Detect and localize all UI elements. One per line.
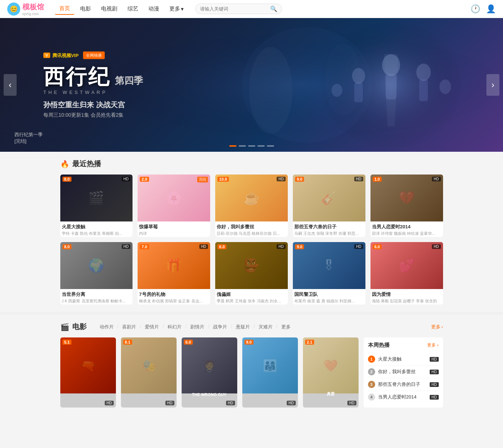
movie-tag[interactable]: 悬疑片	[234, 324, 252, 330]
hot-sidebar-header: 本周热播 更多 ›	[368, 342, 439, 349]
hot-card[interactable]: ☕ 10.0 HD 你好，我叫多蕾丝 莎莉·菲尔德 马克思·格林菲尔德 贝...	[215, 175, 288, 237]
movie-tag[interactable]: 科幻片	[165, 324, 184, 330]
movie-tag[interactable]: 喜剧片	[120, 324, 138, 330]
card-title: 当世界分离	[62, 291, 131, 298]
hot-section-header: 🔥 最近热播	[60, 159, 443, 169]
hot-sidebar-item[interactable]: 3 那些五脊六兽的日子 HD	[368, 378, 439, 391]
card-score: 7.0	[140, 244, 149, 249]
hot-sidebar-item[interactable]: 4 当男人恋爱时2014 HD	[368, 391, 439, 403]
banner-footer-text: 西行纪第一季 [完结]	[14, 132, 43, 145]
movie-more-link[interactable]: 更多 ›	[431, 324, 443, 330]
hot-section-title: 最近热播	[72, 159, 101, 169]
hot-rank: 1	[368, 356, 375, 363]
movie-tag[interactable]: 更多	[279, 324, 293, 330]
main-nav: 首页 电影 电视剧 综艺 动漫 更多 ▾	[55, 3, 188, 15]
banner-dots	[229, 145, 274, 147]
movie-badge: HD	[105, 401, 113, 405]
banner-dot-3[interactable]	[248, 145, 255, 147]
search-input[interactable]	[200, 6, 270, 12]
history-icon[interactable]: 🕐	[471, 4, 480, 14]
card-score: 2.0	[140, 177, 149, 182]
hot-card[interactable]: 🌸 2.0 完结 惊爆草莓 内详	[138, 175, 210, 237]
movie-badge: HD	[226, 401, 235, 405]
movie-card[interactable]: 🤵 THE WRONG GUY 6.0 HD	[182, 337, 237, 408]
movie-tag[interactable]: 战争片	[211, 324, 229, 330]
card-score: 6.0	[217, 244, 226, 249]
hot-card[interactable]: 💕 6.0 HD 因为爱情 海陆 蒋毅 彭冠英 赵樱子 李泰 张含韵	[370, 242, 443, 305]
hot-card[interactable]: 🎬 8.0 HD 火星大接触 亨特 卡森 凯伦·布莱克 蒂姆斯 伯...	[60, 175, 133, 237]
banner-dot-5[interactable]	[267, 145, 274, 147]
hot-sidebar-item[interactable]: 1 火星大接触 HD	[368, 353, 439, 366]
banner-next-button[interactable]: ›	[486, 74, 499, 96]
movie-content-grid: 🔫 5.1 HD 🎭 8.1 HD 🤵 THE WRONG GUY 6.0 HD…	[60, 337, 443, 408]
card-title: 7号房的礼物	[139, 291, 209, 298]
card-subtitle: 马嗣 王住杰 张颐 宋冬野 肖珊 郭思...	[294, 231, 364, 236]
fire-icon: 🔥	[60, 160, 69, 168]
search-button[interactable]: 🔍	[270, 5, 277, 12]
card-subtitle: 莎莉·菲尔德 马克思·格林菲尔德 贝...	[217, 231, 286, 236]
movie-badge: HD	[347, 401, 356, 405]
nav-tv[interactable]: 电视剧	[97, 3, 122, 14]
card-title: 惊爆草莓	[139, 224, 209, 230]
movie-tag[interactable]: 灾难片	[256, 324, 275, 330]
hot-item-title: 火星大接触	[378, 356, 430, 362]
movie-tag[interactable]: 爱情片	[143, 324, 161, 330]
hot-card[interactable]: 🌍 8.0 HD 当世界分离 J K 西蒙斯 克里斯托弗洛斯 帕帕卡...	[60, 242, 133, 305]
logo-icon: 😊	[7, 3, 20, 16]
hot-sidebar: 本周热播 更多 › 1 火星大接触 HD 2 你好，我叫多蕾丝 HD 3 那些五…	[364, 337, 443, 408]
hot-item-badge: HD	[430, 395, 438, 400]
banner-content: V 腾讯视频VIP 全网独播 西行纪 第四季 THE WESTWARP 孙悟空重…	[43, 52, 143, 119]
logo[interactable]: 😊 模板馆 iqshg.com	[7, 2, 44, 16]
movie-card[interactable]: ❤️ 真爱 2.1 HD	[303, 337, 359, 408]
movie-score: 9.0	[244, 340, 253, 345]
nav-anime[interactable]: 动漫	[144, 3, 164, 14]
movie-icon: 🎬	[60, 323, 69, 331]
movie-tag[interactable]: 动作片	[97, 324, 116, 330]
hot-card[interactable]: 💔 1.0 HD 当男人恋爱时2014 邵泽 许玮甯 魏振南 钟欣凌 蓝葦华..…	[370, 175, 443, 237]
banner-desc2: 每周三10:00更新1集 会员抢先看2集	[43, 112, 143, 119]
hot-sidebar-title: 本周热播	[368, 342, 390, 349]
svg-point-3	[325, 43, 361, 116]
user-icon[interactable]: 👤	[486, 4, 496, 14]
banner-title-season: 第四季	[115, 74, 143, 87]
banner-dot-1[interactable]	[229, 145, 237, 147]
movie-tag-separator: /	[162, 324, 164, 330]
banner-dot-2[interactable]	[239, 145, 246, 147]
card-badge: HD	[354, 177, 363, 181]
card-title: 傀儡姬	[217, 291, 286, 298]
card-subtitle: 布莱丹 格里·森 唐 钱德尔 利亚姆...	[294, 298, 364, 304]
card-score: 9.0	[295, 177, 304, 182]
card-badge: HD	[432, 244, 441, 249]
banner-dot-4[interactable]	[257, 145, 265, 147]
movie-card-grid: 🔫 5.1 HD 🎭 8.1 HD 🤵 THE WRONG GUY 6.0 HD…	[60, 337, 359, 408]
movie-card[interactable]: 🎭 8.1 HD	[121, 337, 177, 408]
nav-home[interactable]: 首页	[55, 3, 74, 15]
svg-point-2	[249, 47, 292, 134]
card-badge: HD	[277, 177, 285, 181]
movie-card[interactable]: 🔫 5.1 HD	[60, 337, 116, 408]
vip-badge: V	[43, 53, 50, 58]
movie-tag-separator: /	[140, 324, 141, 330]
movie-tag-separator: /	[231, 324, 232, 330]
hot-card[interactable]: 🎁 7.0 HD 7号房的礼物 柳承龙 朴信惠 郑镐荣 金正泰 吴达...	[138, 242, 210, 305]
movie-score: 8.1	[123, 340, 132, 345]
hot-card[interactable]: 🎸 9.0 HD 那些五脊六兽的日子 马嗣 王住杰 张颐 宋冬野 肖珊 郭思..…	[293, 175, 365, 237]
hot-sidebar-more-link[interactable]: 更多 ›	[427, 342, 438, 348]
nav-more[interactable]: 更多 ▾	[165, 3, 188, 14]
card-score: 1.0	[373, 177, 382, 182]
nav-movie[interactable]: 电影	[76, 3, 95, 14]
movie-tag-separator: /	[185, 324, 187, 330]
hot-card[interactable]: 👺 6.0 HD 傀儡姬 季晨 鹤男 王琦嘉 张冬 冯俊杰 刘永...	[215, 242, 288, 305]
movie-tag-separator: /	[208, 324, 209, 330]
section-divider	[0, 312, 503, 315]
card-title: 因为爱情	[372, 291, 442, 298]
hot-item-title: 那些五脊六兽的日子	[378, 381, 430, 388]
movie-score: 5.1	[62, 340, 71, 345]
banner-prev-button[interactable]: ‹	[4, 74, 17, 96]
movie-card[interactable]: 👨‍👩‍👧 9.0 HD	[242, 337, 298, 408]
card-subtitle: 内详	[139, 231, 209, 236]
hot-card[interactable]: 🎖 9.0 HD 国民警卫队 布莱丹 格里·森 唐 钱德尔 利亚姆...	[293, 242, 365, 305]
movie-tag[interactable]: 剧情片	[188, 324, 207, 330]
hot-sidebar-item[interactable]: 2 你好，我叫多蕾丝 HD	[368, 366, 439, 378]
nav-variety[interactable]: 综艺	[123, 3, 143, 14]
